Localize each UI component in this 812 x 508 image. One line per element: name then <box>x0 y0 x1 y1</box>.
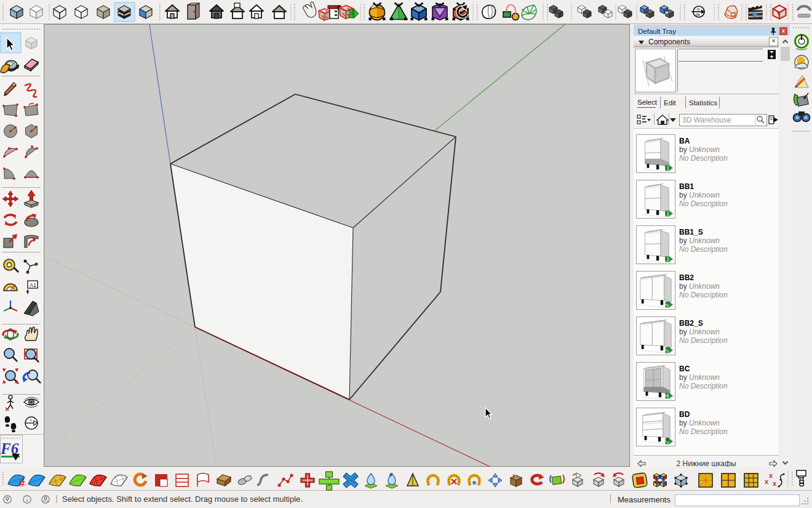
svg-text:#: # <box>389 472 392 478</box>
svg-text:AB: AB <box>696 13 700 17</box>
svg-text:C: C <box>30 418 33 422</box>
svg-text:x: x <box>765 478 769 485</box>
svg-text:G: G <box>697 7 700 11</box>
svg-text:#: # <box>19 477 25 489</box>
svg-text:x: x <box>773 480 777 487</box>
svg-text:V: V <box>776 9 781 17</box>
svg-text:x: x <box>769 472 773 479</box>
svg-text:A1: A1 <box>30 282 36 288</box>
